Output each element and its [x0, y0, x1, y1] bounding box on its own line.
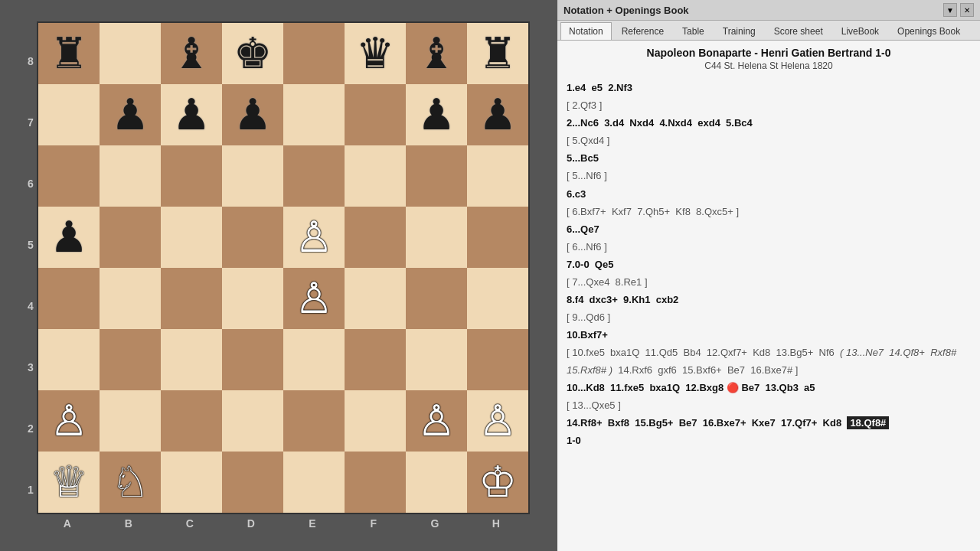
piece-black-P-h7: ♟ — [479, 93, 517, 136]
square-a5[interactable]: ♟ — [38, 207, 100, 268]
square-g5[interactable] — [406, 207, 467, 268]
tab-livebook[interactable]: LiveBook — [833, 22, 887, 40]
move-text: 2...Nc6 3.d4 Nxd4 4.Nxd4 exd4 5.Bc4 — [567, 117, 753, 129]
square-c4[interactable] — [161, 268, 222, 329]
square-f5[interactable] — [345, 207, 406, 268]
square-g7[interactable]: ♟ — [406, 84, 467, 145]
move-line-var-3: [ 5...Nf6 ] — [567, 168, 971, 184]
game-header: Napoleon Bonaparte - Henri Gatien Bertra… — [557, 41, 980, 74]
square-d7[interactable]: ♟ — [222, 84, 283, 145]
square-a1[interactable]: ♕ — [38, 452, 100, 513]
square-h7[interactable]: ♟ — [467, 84, 528, 145]
square-b2[interactable] — [100, 390, 161, 452]
square-f6[interactable] — [345, 145, 406, 207]
square-d6[interactable] — [222, 145, 283, 207]
square-e8[interactable] — [283, 23, 345, 84]
square-c3[interactable] — [161, 329, 222, 390]
tab-notation[interactable]: Notation — [560, 22, 612, 40]
square-f3[interactable] — [345, 329, 406, 390]
square-f8[interactable]: ♛ — [345, 23, 406, 84]
square-e6[interactable] — [283, 145, 345, 207]
square-b8[interactable] — [100, 23, 161, 84]
move-text: 14.Rf8+ Bxf8 15.Bg5+ Be7 16.Bxe7+ Kxe7 1… — [567, 416, 889, 429]
square-g3[interactable] — [406, 329, 467, 390]
file-c: C — [159, 517, 220, 530]
square-d4[interactable] — [222, 268, 283, 329]
square-d5[interactable] — [222, 207, 283, 268]
tab-table[interactable]: Table — [674, 22, 713, 40]
rank-7: 7 — [28, 92, 34, 153]
square-d8[interactable]: ♚ — [222, 23, 283, 84]
piece-black-B-c8: ♝ — [172, 32, 211, 75]
square-g4[interactable] — [406, 268, 467, 329]
square-h6[interactable] — [467, 145, 528, 207]
square-h4[interactable] — [467, 268, 528, 329]
square-c2[interactable] — [161, 390, 222, 452]
tab-training[interactable]: Training — [714, 22, 764, 40]
square-c7[interactable]: ♟ — [161, 84, 222, 145]
square-b6[interactable] — [100, 145, 161, 207]
square-g8[interactable]: ♝ — [406, 23, 467, 84]
tab-score-sheet[interactable]: Score sheet — [766, 22, 831, 40]
square-f4[interactable] — [345, 268, 406, 329]
square-b7[interactable]: ♟ — [100, 84, 161, 145]
chess-board[interactable]: ♜♝♚♛♝♜♟♟♟♟♟♟♙♙♙♙♙♕♘♔ — [37, 21, 530, 514]
square-d1[interactable] — [222, 452, 283, 513]
var-text: [ 5...Nf6 ] — [567, 170, 607, 181]
square-a2[interactable]: ♙ — [38, 390, 100, 452]
square-e1[interactable] — [283, 452, 345, 513]
file-b: B — [98, 517, 159, 530]
square-g6[interactable] — [406, 145, 467, 207]
file-a: A — [37, 517, 98, 530]
minimize-button[interactable]: ▼ — [943, 3, 957, 17]
square-g1[interactable] — [406, 452, 467, 513]
square-a8[interactable]: ♜ — [38, 23, 100, 84]
square-f2[interactable] — [345, 390, 406, 452]
square-f7[interactable] — [345, 84, 406, 145]
square-b4[interactable] — [100, 268, 161, 329]
square-e5[interactable]: ♙ — [283, 207, 345, 268]
square-c8[interactable]: ♝ — [161, 23, 222, 84]
square-f1[interactable] — [345, 452, 406, 513]
square-h1[interactable]: ♔ — [467, 452, 528, 513]
piece-white-P-e4: ♙ — [295, 277, 333, 320]
square-a3[interactable] — [38, 329, 100, 390]
piece-black-R-h8: ♜ — [479, 32, 517, 75]
square-e7[interactable] — [283, 84, 345, 145]
move-text: 6.c3 — [567, 188, 586, 200]
square-d3[interactable] — [222, 329, 283, 390]
move-line-8: 10.Bxf7+ — [567, 327, 971, 344]
square-c6[interactable] — [161, 145, 222, 207]
tab-reference[interactable]: Reference — [613, 22, 672, 40]
square-e4[interactable]: ♙ — [283, 268, 345, 329]
piece-white-P-h2: ♙ — [479, 399, 517, 442]
square-a7[interactable] — [38, 84, 100, 145]
square-b1[interactable]: ♘ — [100, 452, 161, 513]
square-b3[interactable] — [100, 329, 161, 390]
square-h8[interactable]: ♜ — [467, 23, 528, 84]
square-a4[interactable] — [38, 268, 100, 329]
square-e2[interactable] — [283, 390, 345, 452]
move-text: 7.0-0 Qe5 — [567, 259, 613, 270]
file-h: H — [466, 517, 527, 530]
square-h3[interactable] — [467, 329, 528, 390]
move-line-9: 10...Kd8 11.fxe5 bxa1Q 12.Bxg8 🔴 Be7 13.… — [567, 380, 971, 396]
square-a6[interactable] — [38, 145, 100, 207]
square-d2[interactable] — [222, 390, 283, 452]
square-h2[interactable]: ♙ — [467, 390, 528, 452]
square-c1[interactable] — [161, 452, 222, 513]
move-text: 5...Bc5 — [567, 152, 599, 164]
square-h5[interactable] — [467, 207, 528, 268]
rank-8: 8 — [28, 31, 34, 92]
square-g2[interactable]: ♙ — [406, 390, 467, 452]
square-b5[interactable] — [100, 207, 161, 268]
rank-labels: 8 7 6 5 4 3 2 1 — [28, 31, 34, 520]
notation-area[interactable]: 1.e4 e5 2.Nf3 [ 2.Qf3 ] 2...Nc6 3.d4 Nxd… — [557, 74, 980, 551]
tab-openings-book[interactable]: Openings Book — [889, 22, 969, 40]
file-d: D — [220, 517, 282, 530]
rank-6: 6 — [28, 153, 34, 214]
square-c5[interactable] — [161, 207, 222, 268]
move-text: 10...Kd8 11.fxe5 bxa1Q 12.Bxg8 🔴 Be7 13.… — [567, 382, 815, 393]
square-e3[interactable] — [283, 329, 345, 390]
close-button[interactable]: ✕ — [960, 3, 974, 17]
